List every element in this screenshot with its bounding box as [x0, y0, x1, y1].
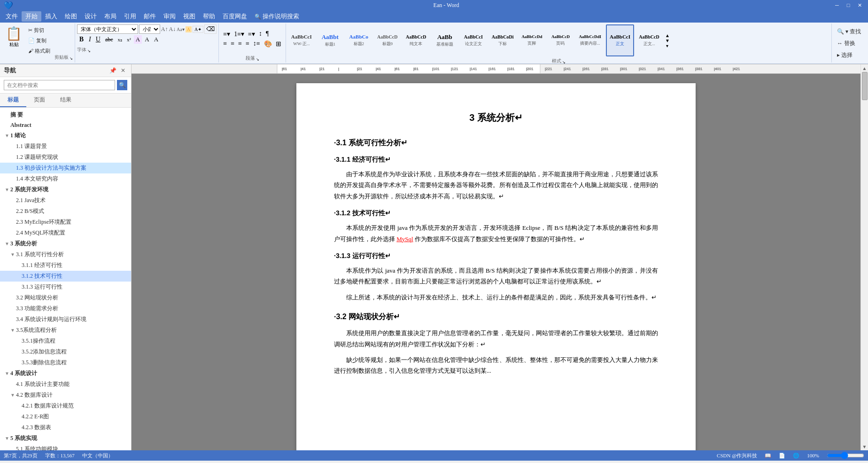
italic-button[interactable]: I: [87, 35, 93, 44]
menu-design[interactable]: 设计: [81, 11, 101, 22]
nav-item-abstract-en[interactable]: Abstract: [0, 120, 131, 130]
nav-item-1-4[interactable]: 1.4 本文研究内容: [0, 173, 131, 184]
nav-item-4-2-1[interactable]: 4.2.1 数据库设计规范: [0, 400, 131, 411]
style-thesis[interactable]: AaBbCcI 论文正文: [460, 24, 487, 56]
menu-draw[interactable]: 绘图: [61, 11, 81, 22]
nav-tab-results[interactable]: 结果: [53, 94, 79, 107]
font-name-select[interactable]: 宋体（中文正文）: [77, 24, 138, 34]
nav-item-ch4[interactable]: ▼ 4 系统设计: [0, 368, 131, 379]
nav-item-4-1[interactable]: 4.1 系统设计主要功能: [0, 379, 131, 390]
nav-item-2-4[interactable]: 2.4 MySQL环境配置: [0, 228, 131, 238]
style-page-num[interactable]: AaBbCcD 页码: [547, 24, 574, 56]
styles-expand-icon[interactable]: ↘: [562, 60, 566, 64]
style-normal2[interactable]: AaBbCcD 正文...: [636, 24, 663, 56]
nav-item-3-4[interactable]: 3.4 系统设计规则与运行环境: [0, 314, 131, 325]
style-footer[interactable]: AaBbCcDd 页脚: [518, 24, 545, 56]
nav-item-3-1-2[interactable]: 3.1.2 技术可行性: [0, 271, 131, 282]
nav-item-5-1[interactable]: 5.1 系统功能模块: [0, 444, 131, 450]
scroll-up-button[interactable]: ▲: [861, 64, 868, 72]
find-button[interactable]: 🔍 ▾ 查找: [835, 26, 863, 37]
bold-button[interactable]: B: [77, 35, 86, 44]
scroll-down-button[interactable]: ▼: [861, 443, 868, 450]
nav-item-3-5-3[interactable]: 3.5.3删除信息流程: [0, 357, 131, 368]
line-spacing-button[interactable]: ↕≡: [252, 39, 262, 48]
menu-view[interactable]: 视图: [179, 11, 199, 22]
menu-mail[interactable]: 邮件: [140, 11, 160, 22]
vertical-scrollbar[interactable]: ▲ ▼: [860, 64, 868, 450]
style-ww[interactable]: AaBbCcI WW-正...: [288, 24, 315, 56]
style-sub[interactable]: AaBbCoDi 下标: [488, 24, 517, 56]
style-abstract[interactable]: AaBbCcDdI 摘要内容...: [575, 24, 604, 56]
underline-button[interactable]: U: [94, 35, 102, 44]
nav-item-2-3[interactable]: 2.3 MyEclipse环境配置: [0, 217, 131, 228]
clipboard-expand-icon[interactable]: ↘: [70, 56, 73, 61]
subscript-button[interactable]: x₂: [116, 36, 124, 43]
highlight-color-icon[interactable]: A: [152, 35, 160, 44]
nav-item-3-5[interactable]: ▼ 3.5系统流程分析: [0, 325, 131, 336]
replace-button[interactable]: ↔ 替换: [835, 38, 863, 49]
paragraph-expand-icon[interactable]: ↘: [256, 57, 259, 62]
font-grow-icon[interactable]: A↑: [161, 26, 168, 33]
nav-item-4-2-3[interactable]: 4.2.3 数据表: [0, 422, 131, 433]
minimize-button[interactable]: ─: [832, 1, 842, 9]
select-button[interactable]: ▸ 选择: [835, 50, 863, 61]
style-h2[interactable]: AaBbCo 标题2: [345, 24, 372, 56]
nav-tab-headings[interactable]: 标题: [0, 94, 26, 107]
cut-button[interactable]: ✂ 剪切: [26, 25, 53, 35]
nav-item-1-1[interactable]: 1.1 课题背景: [0, 141, 131, 152]
nav-search-button[interactable]: 🔍: [117, 80, 127, 90]
menu-help[interactable]: 帮助: [199, 11, 219, 22]
sort-button[interactable]: ↕: [257, 30, 264, 39]
show-marks-button[interactable]: ¶: [264, 30, 270, 39]
nav-pin-icon[interactable]: 📌: [108, 66, 117, 75]
nav-close-icon[interactable]: ✕: [119, 66, 127, 75]
nav-search-input[interactable]: [4, 80, 115, 90]
menu-file[interactable]: 文件: [2, 11, 22, 22]
nav-item-1-2[interactable]: 1.2 课题研究现状: [0, 152, 131, 163]
menu-baidu[interactable]: 百度网盘: [219, 11, 251, 22]
font-shrink-icon[interactable]: A↓: [169, 26, 176, 33]
font-size-select[interactable]: 小四: [139, 24, 160, 34]
close-button[interactable]: ✕: [855, 1, 864, 9]
style-normal[interactable]: AaBbCcI 正文: [606, 24, 634, 56]
char-shading-icon[interactable]: A: [134, 35, 142, 44]
nav-item-ch5[interactable]: ▼ 5 系统实现: [0, 433, 131, 444]
highlight-icon[interactable]: A: [186, 26, 192, 32]
paste-button[interactable]: 📋 粘贴: [3, 24, 25, 49]
nav-item-3-1[interactable]: ▼ 3.1 系统可行性分析: [0, 249, 131, 260]
menu-layout[interactable]: 布局: [101, 11, 120, 22]
nav-item-1-3[interactable]: 1.3 初步设计方法与实施方案: [0, 163, 131, 173]
nav-tab-pages[interactable]: 页面: [26, 94, 53, 107]
align-left-button[interactable]: ≡: [222, 39, 228, 48]
doc-scroll-area[interactable]: 3 系统分析↵ ·3.1 系统可行性分析↵ ·3.1.1 经济可行性↵ 由于本系…: [132, 74, 860, 450]
strikethrough-button[interactable]: abc: [103, 36, 115, 44]
style-h1[interactable]: AaBbt 标题1: [317, 24, 344, 56]
nav-item-abstract-zh[interactable]: 摘 要: [0, 110, 131, 120]
style-h9[interactable]: AaBbCcD 标题9: [374, 24, 401, 56]
align-center-button[interactable]: ≡: [229, 39, 236, 48]
nav-item-2-1[interactable]: 2.1 Java技术: [0, 195, 131, 206]
shading-button[interactable]: 🎨: [263, 39, 273, 48]
copy-button[interactable]: 📄 复制: [26, 36, 53, 46]
menu-search[interactable]: 🔍操作说明搜索: [251, 11, 303, 22]
nav-item-4-2-2[interactable]: 4.2.2 E-R图: [0, 411, 131, 422]
maximize-button[interactable]: □: [844, 1, 853, 9]
nav-item-4-2[interactable]: ▼ 4.2 数据库设计: [0, 390, 131, 400]
nav-item-3-1-1[interactable]: 3.1.1 经济可行性: [0, 260, 131, 271]
multilevel-button[interactable]: ≡▾: [247, 30, 256, 39]
superscript-button[interactable]: x²: [125, 36, 133, 43]
text-effects-icon[interactable]: A✦: [193, 26, 203, 33]
view-web-icon[interactable]: 🌐: [793, 453, 799, 459]
nav-item-2-2[interactable]: 2.2 B/S模式: [0, 206, 131, 217]
font-color-icon[interactable]: A: [143, 35, 151, 44]
format-painter-button[interactable]: 🖌 格式刷: [26, 46, 53, 56]
menu-review[interactable]: 审阅: [160, 11, 179, 22]
style-plain[interactable]: AaBbCcD 纯文本: [403, 24, 430, 56]
nav-item-3-5-2[interactable]: 3.5.2添加信息流程: [0, 346, 131, 357]
doc-page[interactable]: 3 系统分析↵ ·3.1 系统可行性分析↵ ·3.1.1 经济可行性↵ 由于本系…: [296, 83, 696, 450]
clear-format-icon[interactable]: ⌫: [204, 24, 217, 34]
styles-scroll-up[interactable]: ▲ ▼ ▾: [664, 32, 671, 49]
align-right-button[interactable]: ≡: [237, 39, 243, 48]
scroll-thumb[interactable]: [862, 72, 868, 100]
nav-item-3-2[interactable]: 3.2 网站现状分析: [0, 292, 131, 303]
